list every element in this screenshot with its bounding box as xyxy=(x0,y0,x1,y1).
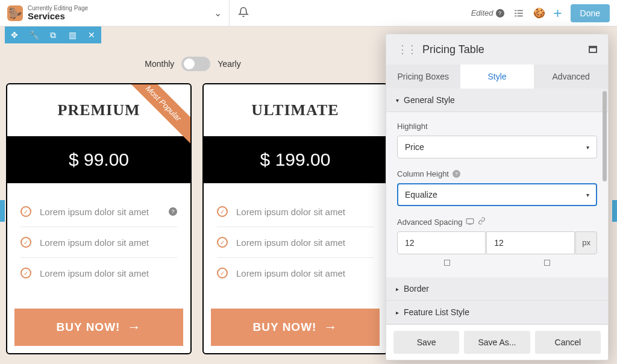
save-button[interactable]: Save xyxy=(393,331,459,354)
feature-row: ✓Lorem ipsum dolor sit amet xyxy=(217,196,374,227)
select-highlight[interactable]: Price▾ xyxy=(397,136,597,158)
check-icon: ✓ xyxy=(217,268,228,278)
panel-header[interactable]: ⋮⋮ Pricing Table xyxy=(386,34,608,64)
feature-row: ✓Lorem ipsum dolor sit amet xyxy=(217,258,374,288)
columns-icon[interactable]: ▥ xyxy=(63,27,82,43)
page-title: Services xyxy=(28,11,88,22)
select-column-height[interactable]: Equalize▾ xyxy=(397,183,597,206)
arrow-right-icon: → xyxy=(127,319,141,335)
outline-icon[interactable] xyxy=(513,7,525,19)
svg-rect-0 xyxy=(467,218,474,223)
arrow-right-icon: → xyxy=(324,319,337,335)
wrench-icon[interactable]: 🔧 xyxy=(24,27,43,43)
billing-toggle[interactable] xyxy=(181,57,210,71)
panel-title: Pricing Table xyxy=(422,43,484,56)
feature-row: ✓Lorem ipsum dolor sit amet? xyxy=(20,196,177,227)
link-icon[interactable] xyxy=(478,217,486,227)
side-right-icon xyxy=(497,259,597,268)
notifications-icon[interactable] xyxy=(230,7,257,20)
move-icon[interactable]: ✥ xyxy=(5,27,24,43)
section-feature-list-style[interactable]: ▸Feature List Style xyxy=(386,301,608,324)
settings-panel: ⋮⋮ Pricing Table Pricing Boxes Style Adv… xyxy=(386,34,609,360)
help-icon[interactable]: ? xyxy=(453,170,460,178)
topbar: 🦫 Currently Editing Page Services ⌄ Edit… xyxy=(0,0,617,27)
tier-name: ULTIMATE xyxy=(204,84,387,136)
resize-handle-left[interactable] xyxy=(0,200,5,222)
drag-handle-icon[interactable]: ⋮⋮ xyxy=(397,43,416,56)
tab-advanced[interactable]: Advanced xyxy=(534,64,608,89)
check-icon: ✓ xyxy=(217,206,228,217)
chevron-down-icon: ▾ xyxy=(586,144,589,151)
spacing-unit[interactable]: px xyxy=(575,231,597,254)
tab-style[interactable]: Style xyxy=(460,64,534,89)
help-icon[interactable]: ? xyxy=(169,207,177,216)
beaver-logo-icon: 🦫 xyxy=(7,5,23,21)
check-icon: ✓ xyxy=(20,268,31,278)
chevron-down-icon[interactable]: ⌄ xyxy=(214,7,222,19)
feature-row: ✓Lorem ipsum dolor sit amet xyxy=(20,258,177,288)
scrollbar[interactable] xyxy=(603,91,607,181)
check-icon: ✓ xyxy=(20,237,31,248)
feature-row: ✓Lorem ipsum dolor sit amet xyxy=(217,227,374,258)
panel-tabs: Pricing Boxes Style Advanced xyxy=(386,64,608,89)
duplicate-icon[interactable]: ⧉ xyxy=(43,27,63,43)
chevron-right-icon: ▸ xyxy=(396,309,399,316)
close-icon[interactable]: ✕ xyxy=(82,27,101,43)
chevron-down-icon: ▾ xyxy=(586,192,589,198)
buy-button[interactable]: BUY NOW!→ xyxy=(211,309,380,346)
label-highlight: Highlight xyxy=(397,122,597,131)
responsive-icon[interactable] xyxy=(466,218,474,227)
buy-button[interactable]: BUY NOW!→ xyxy=(14,309,183,346)
chevron-down-icon: ▾ xyxy=(396,97,399,104)
price: $ 99.00 xyxy=(7,136,190,183)
toggle-label-right: Yearly xyxy=(218,59,240,69)
cancel-button[interactable]: Cancel xyxy=(535,331,601,354)
spacing-input-b[interactable]: 12 xyxy=(486,231,575,254)
section-general-style[interactable]: ▾General Style xyxy=(386,89,608,112)
spacing-input-a[interactable]: 12 xyxy=(397,231,486,254)
save-as-button[interactable]: Save As... xyxy=(464,331,530,354)
resize-handle-right[interactable] xyxy=(612,200,617,222)
side-top-icon xyxy=(397,259,497,268)
add-button[interactable]: + xyxy=(554,5,562,22)
pricing-card-premium[interactable]: Most Popular PREMIUM $ 99.00 ✓Lorem ipsu… xyxy=(6,83,192,354)
help-icon[interactable]: ? xyxy=(496,9,504,17)
check-icon: ✓ xyxy=(217,237,228,248)
maximize-icon[interactable] xyxy=(589,46,597,53)
label-advanced-spacing: Advanced Spacing xyxy=(397,217,597,227)
section-border[interactable]: ▸Border xyxy=(386,277,608,301)
edited-status: Edited? xyxy=(471,8,504,17)
pricing-card-ultimate[interactable]: ULTIMATE $ 199.00 ✓Lorem ipsum dolor sit… xyxy=(202,83,388,354)
check-icon: ✓ xyxy=(20,206,31,217)
tab-pricing-boxes[interactable]: Pricing Boxes xyxy=(386,64,460,89)
toggle-label-left: Monthly xyxy=(145,59,174,69)
module-tools: ✥ 🔧 ⧉ ▥ ✕ xyxy=(5,27,101,43)
feature-row: ✓Lorem ipsum dolor sit amet xyxy=(20,227,177,258)
done-button[interactable]: Done xyxy=(571,4,610,22)
cookie-icon[interactable]: 🍪 xyxy=(533,7,545,19)
price: $ 199.00 xyxy=(204,136,387,183)
page-selector[interactable]: 🦫 Currently Editing Page Services ⌄ xyxy=(0,5,229,22)
chevron-right-icon: ▸ xyxy=(396,286,399,292)
label-column-height: Column Height? xyxy=(397,169,597,178)
